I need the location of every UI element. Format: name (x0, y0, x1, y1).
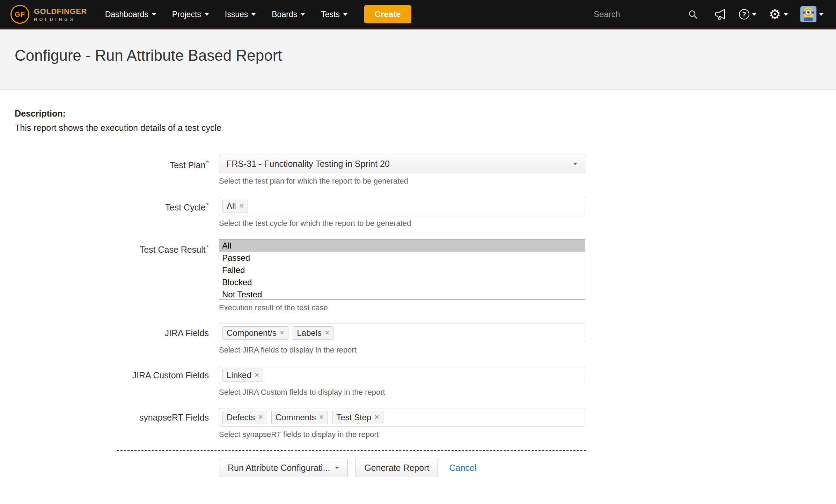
brand-subname: HOLDINGS (34, 17, 87, 22)
gear-icon: ⚙ (769, 8, 781, 21)
menu-issues[interactable]: Issues (225, 10, 256, 19)
tag-linked: Linked × (222, 369, 263, 382)
form-row-test-case-result: Test Case Result* All Passed Failed Bloc… (15, 239, 821, 312)
synapsert-fields-multiselect[interactable]: Defects × Comments × Test Step × (219, 408, 585, 427)
chevron-down-icon (573, 163, 577, 165)
menu-tests[interactable]: Tests (321, 10, 347, 19)
help-icon: ? (739, 9, 749, 20)
test-case-result-label-text: Test Case Result (140, 245, 206, 254)
menu-projects-label: Projects (172, 10, 201, 19)
menu-boards[interactable]: Boards (272, 10, 305, 19)
form-row-test-plan: Test Plan* FRS-31 - Functionality Testin… (15, 155, 821, 186)
chevron-down-icon (205, 13, 209, 16)
test-plan-label: Test Plan* (15, 155, 219, 186)
jira-fields-help: Select JIRA fields to display in the rep… (219, 346, 585, 355)
run-attribute-config-dropdown[interactable]: Run Attribute Configurati... (219, 459, 348, 477)
jira-custom-fields-label: JIRA Custom Fields (15, 366, 219, 397)
synapsert-fields-help: Select synapseRT fields to display in th… (219, 430, 585, 439)
user-menu[interactable] (800, 6, 823, 22)
listbox-option-blocked[interactable]: Blocked (219, 276, 585, 288)
chevron-down-icon (819, 13, 823, 16)
search-input[interactable] (593, 9, 683, 20)
form-row-jira-custom-fields: JIRA Custom Fields Linked × Select JIRA … (15, 366, 821, 397)
chevron-down-icon (301, 13, 305, 16)
tag-components: Component/s × (222, 326, 288, 340)
chevron-down-icon (251, 13, 256, 16)
tag-label: Component/s (227, 328, 277, 338)
main-menu: Dashboards Projects Issues Boards Tests (105, 10, 347, 19)
test-plan-help: Select the test plan for which the repor… (219, 177, 585, 186)
page-title: Configure - Run Attribute Based Report (15, 47, 282, 64)
test-case-result-label: Test Case Result* (15, 239, 219, 312)
search-area (593, 9, 698, 20)
tag-label: Linked (227, 370, 251, 380)
chevron-down-icon (343, 13, 347, 16)
tag-label: All (227, 201, 236, 211)
jira-custom-fields-multiselect[interactable]: Linked × (219, 366, 585, 384)
tag-test-step: Test Step × (332, 411, 383, 424)
avatar (800, 6, 816, 22)
chevron-down-icon (752, 13, 756, 16)
jira-fields-multiselect[interactable]: Component/s × Labels × (219, 324, 585, 342)
remove-icon[interactable]: × (258, 413, 263, 421)
help-menu[interactable]: ? (739, 9, 756, 20)
chevron-down-icon (335, 467, 339, 469)
remove-icon[interactable]: × (255, 371, 259, 379)
remove-icon[interactable]: × (319, 413, 324, 421)
test-cycle-label: Test Cycle* (15, 197, 219, 228)
report-config-form: Description: This report shows the execu… (0, 90, 836, 477)
test-cycle-multiselect[interactable]: All × (219, 197, 585, 215)
test-case-result-help: Execution result of the test case (219, 303, 585, 312)
tag-labels: Labels × (293, 326, 333, 340)
remove-icon[interactable]: × (325, 329, 329, 337)
test-plan-label-text: Test Plan (170, 160, 206, 170)
test-plan-select[interactable]: FRS-31 - Functionality Testing in Sprint… (219, 155, 585, 173)
settings-menu[interactable]: ⚙ (769, 8, 788, 21)
menu-dashboards[interactable]: Dashboards (105, 10, 156, 19)
tag-all: All × (222, 200, 248, 213)
create-button[interactable]: Create (364, 5, 411, 23)
jira-custom-fields-label-text: JIRA Custom Fields (132, 370, 209, 380)
menu-boards-label: Boards (272, 10, 297, 19)
page-header: Configure - Run Attribute Based Report (0, 30, 836, 90)
run-attribute-config-label: Run Attribute Configurati... (228, 463, 330, 473)
test-plan-selected-value: FRS-31 - Functionality Testing in Sprint… (226, 159, 390, 169)
description-text: This report shows the execution details … (15, 123, 821, 133)
chevron-down-icon (784, 13, 788, 16)
goldfinger-logo[interactable]: GF GOLDFINGER HOLDINGS (10, 5, 87, 24)
remove-icon[interactable]: × (280, 329, 284, 337)
jira-custom-fields-help: Select JIRA Custom fields to display in … (219, 388, 585, 397)
announcements-button[interactable] (714, 9, 726, 20)
form-row-jira-fields: JIRA Fields Component/s × Labels × Selec… (15, 324, 821, 355)
form-separator (117, 450, 586, 451)
synapsert-fields-label-text: synapseRT Fields (139, 413, 209, 422)
form-actions: Run Attribute Configurati... Generate Re… (219, 459, 821, 477)
jira-fields-label-text: JIRA Fields (165, 328, 209, 338)
test-case-result-listbox[interactable]: All Passed Failed Blocked Not Tested (219, 239, 585, 300)
form-row-test-cycle: Test Cycle* All × Select the test cycle … (15, 197, 821, 228)
tag-label: Comments (276, 413, 316, 422)
remove-icon[interactable]: × (239, 202, 244, 210)
menu-dashboards-label: Dashboards (105, 10, 148, 19)
search-icon[interactable] (688, 9, 698, 19)
tag-label: Test Step (336, 413, 371, 422)
navbar-right-group: ? ⚙ (593, 6, 823, 22)
listbox-option-not-tested[interactable]: Not Tested (219, 288, 585, 300)
menu-issues-label: Issues (225, 10, 248, 19)
menu-projects[interactable]: Projects (172, 10, 209, 19)
description-label: Description: (15, 109, 821, 119)
cancel-link[interactable]: Cancel (449, 463, 476, 473)
generate-report-button[interactable]: Generate Report (355, 459, 438, 477)
brand-monogram-icon: GF (10, 5, 29, 24)
brand-text: GOLDFINGER HOLDINGS (34, 7, 87, 22)
chevron-down-icon (152, 13, 156, 16)
listbox-option-passed[interactable]: Passed (219, 252, 585, 264)
remove-icon[interactable]: × (374, 413, 379, 421)
required-asterisk: * (206, 159, 209, 166)
listbox-option-failed[interactable]: Failed (219, 264, 585, 276)
synapsert-fields-label: synapseRT Fields (15, 408, 219, 439)
required-asterisk: * (206, 244, 209, 251)
listbox-option-all[interactable]: All (219, 239, 585, 252)
form-row-synapsert-fields: synapseRT Fields Defects × Comments × Te… (15, 408, 821, 439)
brand-name: GOLDFINGER (34, 7, 87, 16)
